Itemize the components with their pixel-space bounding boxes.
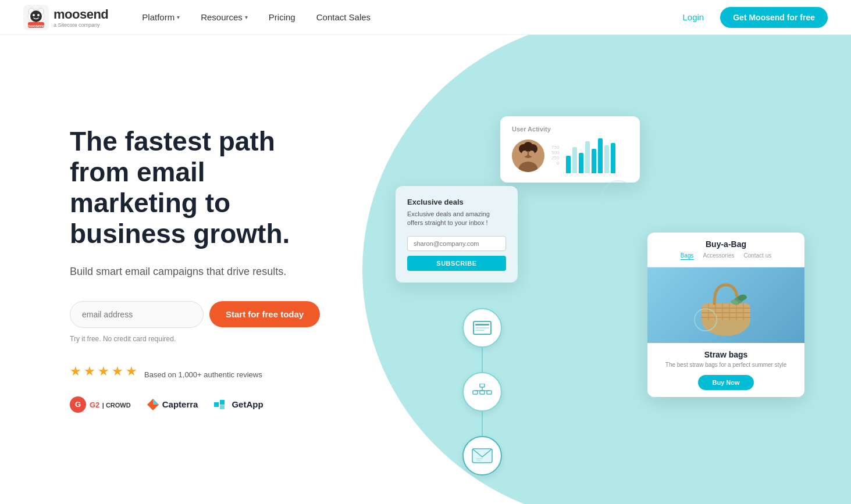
g2-label: G2 <box>90 401 99 409</box>
chevron-down-icon: ▾ <box>245 14 248 20</box>
svg-rect-24 <box>475 327 489 328</box>
deco-circle-1 <box>601 180 636 215</box>
hero-subtitle: Build smart email campaigns that drive r… <box>70 266 337 278</box>
rating-row: ★ ★ ★ ★ ★ Based on 1,000+ authentic revi… <box>70 364 337 386</box>
badge-row: G G2 | CROWD Capterra GetAp <box>70 396 337 413</box>
svg-point-5 <box>33 14 35 16</box>
nav-contact[interactable]: Contact Sales <box>306 8 381 27</box>
activity-title: User Activity <box>512 126 628 133</box>
shop-card-body: Straw bags The best straw bags for a per… <box>647 343 804 397</box>
navbar: moosend moosend a Sitecore company Platf… <box>0 0 851 35</box>
chevron-down-icon: ▾ <box>177 14 180 20</box>
shop-product-desc: The best straw bags for a perfect summer… <box>657 362 795 368</box>
email-card-subtitle: Exclusive deals and amazing offers strai… <box>407 210 506 228</box>
star-2: ★ <box>84 364 95 379</box>
bar-4 <box>585 141 590 173</box>
get-moosend-button[interactable]: Get Moosend for free <box>720 7 828 28</box>
nav-resources[interactable]: Resources ▾ <box>190 8 258 27</box>
hero-section: The fastest path from email marketing to… <box>0 35 851 504</box>
star-5: ★ <box>126 364 137 379</box>
sitemap-icon <box>472 384 492 400</box>
star-4: ★ <box>112 364 123 379</box>
activity-body: 7505002500 <box>512 138 628 173</box>
g2-crowd-label: | CROWD <box>102 402 131 409</box>
hero-right: User Activity <box>372 35 851 504</box>
bar-8 <box>611 143 615 173</box>
mail-icon <box>472 448 493 463</box>
flow-line-2 <box>482 412 483 436</box>
logo-icon: moosend <box>23 5 49 30</box>
nav-pricing[interactable]: Pricing <box>258 8 306 27</box>
svg-text:moosend: moosend <box>27 24 45 28</box>
shop-nav-contact[interactable]: Contact us <box>743 252 771 260</box>
svg-point-20 <box>522 151 528 156</box>
subscribe-button[interactable]: SUBSCRIBE <box>407 256 506 271</box>
shop-product-image <box>647 267 804 343</box>
shop-product-name: Straw bags <box>657 350 795 359</box>
logo-sub: a Sitecore company <box>54 22 108 28</box>
svg-rect-11 <box>214 402 219 407</box>
hero-title: The fastest path from email marketing to… <box>70 126 337 249</box>
bar-2 <box>572 147 577 173</box>
email-subscription-card: Exclusive deals Exclusive deals and amaz… <box>396 186 518 283</box>
getapp-icon <box>214 400 228 409</box>
logo[interactable]: moosend moosend a Sitecore company <box>23 5 108 30</box>
shop-card: Buy-a-Bag Bags Accessories Contact us <box>647 233 804 397</box>
capterra-label: Capterra <box>162 399 198 409</box>
star-3: ★ <box>98 364 109 379</box>
svg-rect-23 <box>475 324 489 326</box>
nav-platform[interactable]: Platform ▾ <box>131 8 190 27</box>
flow-node-mail <box>462 436 502 476</box>
avatar-image <box>512 140 544 172</box>
shop-card-header: Buy-a-Bag Bags Accessories Contact us <box>647 233 804 267</box>
svg-point-6 <box>37 14 40 16</box>
shop-nav-bags[interactable]: Bags <box>681 252 694 260</box>
svg-rect-30 <box>480 391 485 394</box>
getapp-badge: GetApp <box>214 399 263 409</box>
getapp-label: GetApp <box>232 399 263 409</box>
bar-3 <box>579 153 583 173</box>
svg-marker-10 <box>153 399 159 405</box>
user-activity-card: User Activity <box>500 116 640 183</box>
deco-circle-2 <box>694 308 717 331</box>
bar-1 <box>566 156 571 173</box>
email-input[interactable] <box>70 301 204 328</box>
capterra-icon <box>147 399 159 410</box>
shop-nav-accessories[interactable]: Accessories <box>703 252 735 260</box>
reviews-text: Based on 1,000+ authentic reviews <box>144 370 262 379</box>
flow-line-1 <box>482 348 483 372</box>
bar-5 <box>592 149 596 173</box>
layout-icon <box>473 321 492 335</box>
avatar <box>512 140 544 172</box>
mockup-container: User Activity <box>372 58 851 504</box>
chart-bars <box>566 138 615 173</box>
svg-rect-26 <box>480 384 485 387</box>
g2-badge: G G2 | CROWD <box>70 396 131 413</box>
capterra-badge: Capterra <box>147 399 198 410</box>
svg-point-4 <box>30 10 42 22</box>
flow-node-email-icon <box>462 308 502 348</box>
start-free-button[interactable]: Start for free today <box>209 301 320 327</box>
bar-6 <box>598 138 603 173</box>
star-rating: ★ ★ ★ ★ ★ <box>70 364 137 379</box>
shop-title: Buy-a-Bag <box>657 240 795 249</box>
shop-nav: Bags Accessories Contact us <box>657 252 795 260</box>
svg-rect-29 <box>473 391 478 394</box>
email-card-title: Exclusive deals <box>407 198 506 206</box>
svg-rect-13 <box>220 405 225 409</box>
login-button[interactable]: Login <box>676 8 711 27</box>
hero-left: The fastest path from email marketing to… <box>0 80 372 459</box>
logo-name: moosend <box>54 7 108 22</box>
email-signup-row: Start for free today <box>70 301 337 328</box>
activity-chart: 7505002500 <box>551 145 559 167</box>
bar-7 <box>604 145 609 173</box>
email-card-input[interactable] <box>407 236 506 251</box>
buy-now-button[interactable]: Buy Now <box>698 375 753 390</box>
svg-rect-25 <box>475 330 485 331</box>
free-note: Try it free. No credit card required. <box>70 335 337 343</box>
g2-icon: G <box>70 396 86 413</box>
star-1: ★ <box>70 364 81 379</box>
svg-point-21 <box>529 151 535 156</box>
svg-rect-31 <box>487 391 492 394</box>
svg-rect-12 <box>220 400 225 405</box>
